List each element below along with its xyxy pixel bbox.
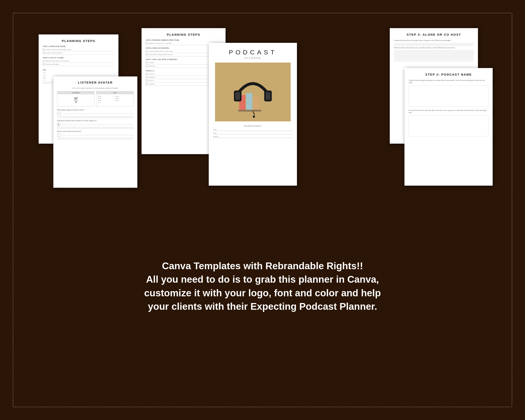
divider [57, 139, 133, 140]
svg-rect-5 [235, 92, 240, 100]
svg-rect-2 [253, 96, 259, 111]
step5-label: STEP 5: Episode format/Structure [146, 39, 221, 41]
divider [394, 57, 474, 57]
checkbox-row: Brainstorm name ideas for your podcast [43, 60, 114, 62]
age-range: 35-39 [115, 98, 132, 99]
planning-left-title: PLANNING STEPS [43, 39, 114, 43]
checkbox-text: Decide on a final topic/niche [46, 52, 63, 54]
text-line3: customize it with your logo, font and co… [144, 288, 381, 299]
step3-body2: Would your show work with just you, or w… [394, 47, 474, 49]
headphones-books-illustration [225, 66, 280, 118]
check-icon: ✓ [57, 112, 60, 115]
divider [43, 51, 114, 51]
age-box: ACE 18-24 25-29 30-34 35-39 40-44 45-49 … [96, 91, 133, 106]
text-line2: All you need to do is to grab this plann… [146, 274, 379, 285]
checkbox-text: Decide if... [149, 80, 155, 82]
checkbox-text: Brainstorm... [149, 76, 156, 78]
checkbox [146, 65, 147, 67]
checkbox-text: Consider what your podcast might be abou… [46, 49, 71, 50]
step2-title: STEP 2: PODCAST NAME [409, 73, 488, 76]
step3-partial: STE [43, 69, 114, 71]
step1-label: STEP 1: Find your niche [43, 46, 114, 47]
listener-subtitle: Let's try to paint a picture of your pri… [57, 87, 133, 89]
card-listener: LISTENER AVATAR Let's try to paint a pic… [53, 76, 137, 188]
divider [394, 43, 474, 44]
divider [394, 54, 474, 55]
age-grid: 18-24 25-29 30-34 35-39 40-44 45-49 50+ [96, 94, 133, 105]
divider [57, 138, 133, 138]
checkbox [146, 54, 147, 56]
divider [394, 46, 474, 46]
checkbox [43, 49, 45, 50]
email-label: Email [213, 132, 224, 134]
gender-header: GENDER [57, 91, 94, 94]
divider [394, 54, 474, 54]
cover-image [215, 63, 291, 121]
divider [43, 63, 114, 63]
checkbox [43, 60, 45, 62]
checkbox [146, 73, 147, 75]
listener-question-3: What are their interests and activities? [57, 131, 133, 132]
input-row: ♪ [57, 133, 133, 137]
divider [43, 55, 114, 55]
divider [394, 56, 474, 56]
brainstorm-box [409, 86, 488, 107]
checkbox [146, 83, 147, 85]
divider [394, 59, 474, 60]
step2-body1: Using the tips in the guide, brainstorm … [409, 79, 488, 84]
step2-label: STEP 2: Give it a name [43, 57, 114, 59]
input-row: ▶ [57, 123, 133, 126]
divider [57, 129, 133, 129]
music-icon: ♪ [57, 133, 60, 137]
checkbox-text: Decide on a structure for your episodes [149, 42, 172, 44]
listener-question-2: What kind of media do they consume? (TV,… [57, 120, 133, 121]
divider [394, 61, 474, 61]
business-label: Business [213, 136, 224, 137]
gender-box: GENDER ⚧ [57, 91, 94, 106]
input-row: ✓ [57, 112, 133, 115]
planning-center-title: PLANNING STEPS [146, 33, 221, 36]
checkbox [43, 52, 45, 54]
cover-belongs-text: This planner belongs to [244, 125, 262, 127]
age-range: 30-34 [98, 98, 115, 99]
text-section: Canva Templates with Rebrandable Rights!… [26, 259, 499, 313]
age-range: 18-24 [98, 95, 115, 97]
svg-rect-3 [238, 110, 261, 112]
listener-title: LISTENER AVATAR [57, 81, 133, 84]
checkbox-text: Consider hosting options for your podcas… [149, 50, 173, 52]
cons-text2: Con... [43, 74, 114, 76]
email-field: Email [213, 132, 292, 134]
checkbox-row: Decide on a final name [43, 63, 114, 65]
checkbox-text: Look at s... [149, 73, 155, 75]
age-range: 40-44 [98, 100, 115, 102]
divider [394, 58, 474, 58]
divider [394, 52, 474, 52]
checkbox [43, 63, 45, 65]
checkbox-row: Consider what your podcast might be abou… [43, 49, 114, 50]
checkbox [146, 42, 147, 44]
cover-fields: Name Email Business [213, 129, 292, 139]
divider [394, 44, 474, 44]
checkbox [146, 80, 147, 82]
listener-question-1: What industry might your listener work i… [57, 109, 133, 111]
business-field: Business [213, 136, 292, 138]
gender-symbol: ⚧ [57, 94, 94, 106]
divider [57, 127, 133, 127]
divider [394, 55, 474, 56]
checkbox [146, 62, 147, 63]
text-line4: your clients with their Expecting Podcas… [148, 301, 377, 312]
checkbox [146, 76, 147, 78]
checkbox-text: Consider... [149, 62, 155, 63]
outer-container: PLANNING STEPS STEP 1: Find your niche C… [13, 13, 512, 407]
step3-body1: Consider the pros and cons for going it … [394, 39, 474, 42]
gender-age-section: GENDER ⚧ ACE 18-24 25-29 30-34 35-39 40-… [57, 91, 133, 106]
name-box [409, 115, 488, 137]
play-icon: ▶ [57, 123, 60, 126]
divider [43, 66, 114, 66]
checkbox-text: Decide which hosting provider you'll use [149, 54, 173, 56]
name-label: Name [213, 129, 224, 130]
age-header: ACE [96, 91, 133, 94]
name-field: Name [213, 129, 292, 131]
card-podcast-cover: PODCAST PLANNER [209, 43, 297, 186]
cover-subtitle: PLANNER [245, 57, 261, 59]
